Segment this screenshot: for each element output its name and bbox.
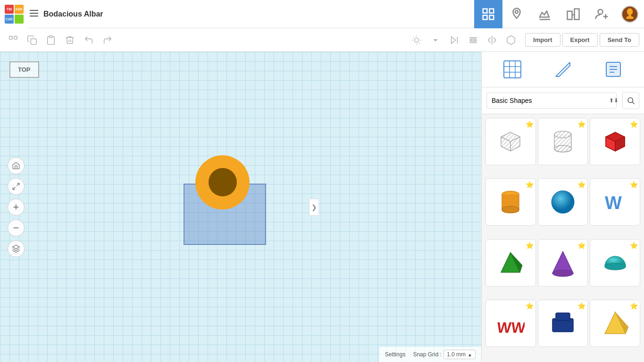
shape-item-yellow-triangle[interactable]: ⭐ xyxy=(590,300,640,347)
notes-panel-button[interactable] xyxy=(602,58,625,81)
right-panel: Basic Shapes ⬆⬇ ⭐ xyxy=(481,52,644,362)
snap-grid-value[interactable]: 1.0 mm ▲ xyxy=(443,350,476,359)
svg-point-7 xyxy=(515,10,518,13)
delete-button[interactable] xyxy=(61,32,78,49)
svg-rect-18 xyxy=(49,35,52,37)
svg-point-19 xyxy=(414,38,418,42)
shapes-dropdown-row: Basic Shapes ⬆⬇ xyxy=(482,87,644,114)
shapes-grid: ⭐ ⭐ xyxy=(482,114,644,362)
svg-point-51 xyxy=(552,191,574,213)
project-name[interactable]: Bodacious Albar xyxy=(43,10,103,18)
shape-item-orange-cylinder[interactable]: ⭐ xyxy=(485,178,536,226)
shape-item-red-cube[interactable]: ⭐ xyxy=(590,118,640,165)
star-icon: ⭐ xyxy=(630,302,638,310)
star-icon: ⭐ xyxy=(526,181,534,188)
zoom-in-button[interactable]: + xyxy=(8,199,25,216)
svg-rect-4 xyxy=(490,8,494,13)
panel-collapse-button[interactable]: ❯ xyxy=(309,199,318,216)
star-icon: ⭐ xyxy=(577,302,585,310)
add-user-button[interactable] xyxy=(587,0,616,28)
blocks-button[interactable] xyxy=(559,0,587,28)
star-icon: ⭐ xyxy=(526,242,534,249)
svg-point-48 xyxy=(554,145,571,152)
logo[interactable]: TIN KER CAD xyxy=(0,0,28,28)
flip-button[interactable] xyxy=(484,32,501,49)
star-icon: ⭐ xyxy=(577,242,585,249)
copy-button[interactable] xyxy=(24,32,41,49)
star-icon: ⭐ xyxy=(526,302,534,310)
snap-grid-label: Snap Grid : xyxy=(413,351,442,358)
snap-grid-control: Snap Grid : 1.0 mm ▲ xyxy=(413,350,476,359)
mirror-button[interactable] xyxy=(446,32,463,49)
svg-point-50 xyxy=(502,206,519,213)
paste-button[interactable] xyxy=(42,32,59,49)
svg-rect-9 xyxy=(568,11,572,19)
zoom-out-button[interactable]: − xyxy=(8,219,25,236)
align-button[interactable] xyxy=(465,32,482,49)
build-button[interactable] xyxy=(531,0,559,28)
group-button[interactable] xyxy=(502,32,519,49)
panel-view-icons xyxy=(482,52,644,87)
shape-item-red-shape[interactable]: ⭐ WW xyxy=(485,300,536,347)
undo-button[interactable] xyxy=(80,32,97,49)
import-button[interactable]: Import xyxy=(525,33,560,47)
toolbar: Import Export Send To xyxy=(0,28,644,52)
svg-rect-15 xyxy=(9,36,12,39)
hamburger-button[interactable] xyxy=(28,8,40,21)
svg-rect-6 xyxy=(490,15,494,19)
torus-shape[interactable] xyxy=(195,155,250,210)
home-view-button[interactable] xyxy=(8,157,25,174)
svg-point-12 xyxy=(598,9,603,14)
light-dropdown-button[interactable] xyxy=(427,32,444,49)
settings-label[interactable]: Settings xyxy=(385,351,405,358)
svg-line-44 xyxy=(632,102,634,104)
avatar-button[interactable] xyxy=(616,0,644,28)
shape-item-text[interactable]: ⭐ W xyxy=(590,178,640,226)
svg-point-57 xyxy=(605,263,626,270)
search-shapes-button[interactable] xyxy=(622,92,639,109)
svg-rect-16 xyxy=(14,36,17,39)
svg-line-22 xyxy=(413,36,414,37)
activity-button[interactable] xyxy=(502,0,531,28)
shape-item-cylinder[interactable]: ⭐ xyxy=(538,118,588,165)
topbar: TIN KER CAD Bodacious Albar xyxy=(0,0,644,28)
star-icon: ⭐ xyxy=(577,120,585,128)
ruler-panel-button[interactable] xyxy=(551,58,575,81)
export-button[interactable]: Export xyxy=(562,33,598,47)
star-icon: ⭐ xyxy=(630,242,638,249)
shape-item-half-sphere[interactable]: ⭐ xyxy=(590,239,640,286)
left-controls: + − xyxy=(8,157,25,257)
scene-objects[interactable] xyxy=(169,160,264,254)
svg-text:WW: WW xyxy=(496,319,525,336)
svg-rect-5 xyxy=(483,15,487,19)
3d-view-button[interactable] xyxy=(8,240,25,257)
svg-line-23 xyxy=(419,42,420,43)
shapes-dropdown[interactable]: Basic Shapes xyxy=(486,93,617,109)
shape-item-purple-cone[interactable]: ⭐ xyxy=(538,239,588,286)
svg-point-43 xyxy=(628,98,633,103)
svg-rect-60 xyxy=(556,313,570,320)
svg-text:W: W xyxy=(605,193,622,213)
svg-rect-10 xyxy=(575,8,579,19)
shape-item-box[interactable]: ⭐ xyxy=(485,118,536,165)
svg-rect-17 xyxy=(31,39,36,44)
redo-button[interactable] xyxy=(99,32,116,49)
star-icon: ⭐ xyxy=(526,120,534,128)
new-shape-button[interactable] xyxy=(5,32,22,49)
main-area: TOP + − xyxy=(0,52,644,362)
grid-view-button[interactable] xyxy=(474,0,502,28)
shape-item-sphere[interactable]: ⭐ xyxy=(538,178,588,226)
shape-item-dark-blue[interactable]: ⭐ xyxy=(538,300,588,347)
star-icon: ⭐ xyxy=(630,120,638,128)
svg-marker-26 xyxy=(452,36,456,43)
canvas-area[interactable]: TOP + − xyxy=(0,52,481,362)
statusbar: Settings Snap Grid : 1.0 mm ▲ xyxy=(379,347,481,362)
shape-item-green-pyramid[interactable]: ⭐ xyxy=(485,239,536,286)
grid-panel-button[interactable] xyxy=(501,58,524,81)
fit-view-button[interactable] xyxy=(8,178,25,195)
svg-rect-3 xyxy=(483,8,487,13)
svg-rect-33 xyxy=(504,61,521,78)
sendto-button[interactable]: Send To xyxy=(600,33,639,47)
light-button[interactable] xyxy=(408,32,425,49)
torus-hole xyxy=(209,168,237,196)
